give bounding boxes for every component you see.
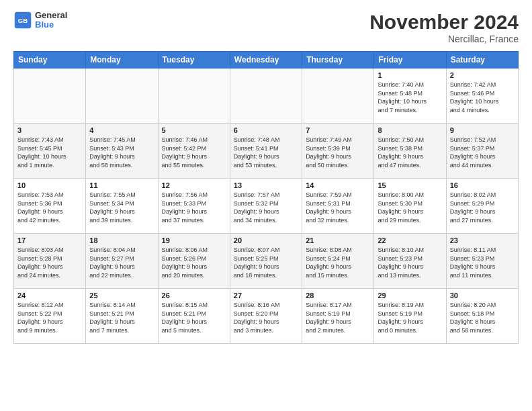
day-number: 28 — [306, 291, 370, 300]
day-number: 15 — [378, 181, 442, 189]
day-number: 23 — [450, 236, 515, 244]
day-number: 25 — [89, 291, 154, 300]
table-row: 9Sunrise: 7:52 AM Sunset: 5:37 PM Daylig… — [446, 124, 518, 179]
header-saturday: Saturday — [446, 52, 518, 68]
day-info: Sunrise: 8:07 AM Sunset: 5:25 PM Dayligh… — [234, 246, 298, 279]
table-row — [14, 68, 86, 124]
header-thursday: Thursday — [302, 52, 374, 68]
day-number: 27 — [234, 291, 298, 300]
title-section: November 2024 Nercillac, France — [369, 11, 519, 44]
day-info: Sunrise: 8:06 AM Sunset: 5:26 PM Dayligh… — [162, 246, 226, 279]
day-number: 3 — [17, 126, 82, 134]
table-row: 28Sunrise: 8:17 AM Sunset: 5:19 PM Dayli… — [302, 289, 374, 344]
day-number: 13 — [234, 181, 298, 189]
calendar-table: Sunday Monday Tuesday Wednesday Thursday… — [13, 51, 519, 344]
table-row: 16Sunrise: 8:02 AM Sunset: 5:29 PM Dayli… — [446, 179, 518, 234]
svg-text:GB: GB — [18, 17, 28, 24]
day-info: Sunrise: 8:16 AM Sunset: 5:20 PM Dayligh… — [234, 301, 298, 334]
day-info: Sunrise: 8:10 AM Sunset: 5:23 PM Dayligh… — [378, 246, 442, 279]
day-number: 2 — [450, 71, 515, 79]
day-number: 24 — [17, 291, 82, 300]
day-info: Sunrise: 8:12 AM Sunset: 5:22 PM Dayligh… — [17, 301, 82, 334]
day-info: Sunrise: 8:08 AM Sunset: 5:24 PM Dayligh… — [306, 246, 370, 279]
day-number: 11 — [89, 181, 154, 189]
day-info: Sunrise: 7:53 AM Sunset: 5:36 PM Dayligh… — [17, 191, 82, 224]
table-row: 30Sunrise: 8:20 AM Sunset: 5:18 PM Dayli… — [446, 289, 518, 344]
table-row: 22Sunrise: 8:10 AM Sunset: 5:23 PM Dayli… — [374, 234, 446, 289]
day-info: Sunrise: 7:40 AM Sunset: 5:48 PM Dayligh… — [378, 81, 442, 114]
table-row: 3Sunrise: 7:43 AM Sunset: 5:45 PM Daylig… — [14, 124, 86, 179]
day-number: 9 — [450, 126, 515, 134]
day-info: Sunrise: 8:00 AM Sunset: 5:30 PM Dayligh… — [378, 191, 442, 224]
table-row: 24Sunrise: 8:12 AM Sunset: 5:22 PM Dayli… — [14, 289, 86, 344]
table-row: 25Sunrise: 8:14 AM Sunset: 5:21 PM Dayli… — [86, 289, 158, 344]
day-number: 12 — [162, 181, 226, 189]
table-row: 26Sunrise: 8:15 AM Sunset: 5:21 PM Dayli… — [158, 289, 230, 344]
day-info: Sunrise: 8:20 AM Sunset: 5:18 PM Dayligh… — [450, 301, 515, 334]
day-number: 5 — [162, 126, 226, 134]
table-row: 15Sunrise: 8:00 AM Sunset: 5:30 PM Dayli… — [374, 179, 446, 234]
day-number: 26 — [162, 291, 226, 300]
day-number: 22 — [378, 236, 442, 244]
calendar-week-row: 17Sunrise: 8:03 AM Sunset: 5:28 PM Dayli… — [14, 234, 519, 289]
day-info: Sunrise: 7:59 AM Sunset: 5:31 PM Dayligh… — [306, 191, 370, 224]
day-number: 6 — [234, 126, 298, 134]
logo: GB General Blue — [13, 11, 67, 30]
day-info: Sunrise: 8:14 AM Sunset: 5:21 PM Dayligh… — [89, 301, 154, 334]
table-row: 12Sunrise: 7:56 AM Sunset: 5:33 PM Dayli… — [158, 179, 230, 234]
day-info: Sunrise: 8:02 AM Sunset: 5:29 PM Dayligh… — [450, 191, 515, 224]
table-row: 18Sunrise: 8:04 AM Sunset: 5:27 PM Dayli… — [86, 234, 158, 289]
calendar-header-row: Sunday Monday Tuesday Wednesday Thursday… — [14, 52, 519, 68]
day-info: Sunrise: 8:15 AM Sunset: 5:21 PM Dayligh… — [162, 301, 226, 334]
table-row: 11Sunrise: 7:55 AM Sunset: 5:34 PM Dayli… — [86, 179, 158, 234]
calendar-week-row: 10Sunrise: 7:53 AM Sunset: 5:36 PM Dayli… — [14, 179, 519, 234]
day-number: 21 — [306, 236, 370, 244]
table-row: 4Sunrise: 7:45 AM Sunset: 5:43 PM Daylig… — [86, 124, 158, 179]
table-row — [230, 68, 302, 124]
table-row: 10Sunrise: 7:53 AM Sunset: 5:36 PM Dayli… — [14, 179, 86, 234]
day-number: 14 — [306, 181, 370, 189]
table-row: 7Sunrise: 7:49 AM Sunset: 5:39 PM Daylig… — [302, 124, 374, 179]
table-row — [302, 68, 374, 124]
table-row — [86, 68, 158, 124]
day-info: Sunrise: 8:11 AM Sunset: 5:23 PM Dayligh… — [450, 246, 515, 279]
table-row: 8Sunrise: 7:50 AM Sunset: 5:38 PM Daylig… — [374, 124, 446, 179]
table-row: 1Sunrise: 7:40 AM Sunset: 5:48 PM Daylig… — [374, 68, 446, 124]
table-row: 2Sunrise: 7:42 AM Sunset: 5:46 PM Daylig… — [446, 68, 518, 124]
table-row — [158, 68, 230, 124]
table-row: 19Sunrise: 8:06 AM Sunset: 5:26 PM Dayli… — [158, 234, 230, 289]
day-info: Sunrise: 7:56 AM Sunset: 5:33 PM Dayligh… — [162, 191, 226, 224]
calendar-week-row: 3Sunrise: 7:43 AM Sunset: 5:45 PM Daylig… — [14, 124, 519, 179]
logo-text: General Blue — [35, 11, 67, 30]
day-info: Sunrise: 7:42 AM Sunset: 5:46 PM Dayligh… — [450, 81, 515, 114]
table-row: 21Sunrise: 8:08 AM Sunset: 5:24 PM Dayli… — [302, 234, 374, 289]
header-friday: Friday — [374, 52, 446, 68]
month-title: November 2024 — [369, 11, 519, 34]
day-info: Sunrise: 7:50 AM Sunset: 5:38 PM Dayligh… — [378, 136, 442, 169]
day-info: Sunrise: 7:57 AM Sunset: 5:32 PM Dayligh… — [234, 191, 298, 224]
day-number: 1 — [378, 71, 442, 79]
day-number: 29 — [378, 291, 442, 300]
header-tuesday: Tuesday — [158, 52, 230, 68]
day-number: 20 — [234, 236, 298, 244]
calendar-week-row: 1Sunrise: 7:40 AM Sunset: 5:48 PM Daylig… — [14, 68, 519, 124]
table-row: 13Sunrise: 7:57 AM Sunset: 5:32 PM Dayli… — [230, 179, 302, 234]
header-monday: Monday — [86, 52, 158, 68]
logo-icon: GB — [13, 11, 32, 30]
table-row: 14Sunrise: 7:59 AM Sunset: 5:31 PM Dayli… — [302, 179, 374, 234]
day-number: 18 — [89, 236, 154, 244]
location: Nercillac, France — [369, 34, 519, 44]
day-info: Sunrise: 8:17 AM Sunset: 5:19 PM Dayligh… — [306, 301, 370, 334]
page: GB General Blue November 2024 Nercillac,… — [0, 0, 532, 351]
day-number: 7 — [306, 126, 370, 134]
day-info: Sunrise: 7:52 AM Sunset: 5:37 PM Dayligh… — [450, 136, 515, 169]
table-row: 20Sunrise: 8:07 AM Sunset: 5:25 PM Dayli… — [230, 234, 302, 289]
calendar-body: 1Sunrise: 7:40 AM Sunset: 5:48 PM Daylig… — [14, 68, 519, 344]
day-info: Sunrise: 8:04 AM Sunset: 5:27 PM Dayligh… — [89, 246, 154, 279]
day-info: Sunrise: 7:43 AM Sunset: 5:45 PM Dayligh… — [17, 136, 82, 169]
day-info: Sunrise: 8:19 AM Sunset: 5:19 PM Dayligh… — [378, 301, 442, 334]
table-row: 23Sunrise: 8:11 AM Sunset: 5:23 PM Dayli… — [446, 234, 518, 289]
day-number: 19 — [162, 236, 226, 244]
day-number: 4 — [89, 126, 154, 134]
table-row: 29Sunrise: 8:19 AM Sunset: 5:19 PM Dayli… — [374, 289, 446, 344]
